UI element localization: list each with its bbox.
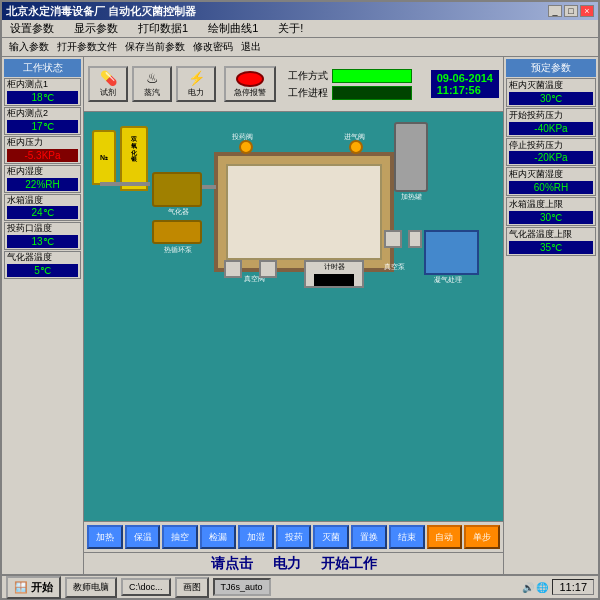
- param-label-2: 开始投药压力: [509, 110, 593, 121]
- param-value-6: 35℃: [509, 241, 593, 254]
- pipe-vaporizer-chamber: [202, 185, 216, 189]
- task-item-1[interactable]: 教师电脑: [65, 577, 117, 598]
- menu-about[interactable]: 关于!: [274, 19, 307, 38]
- btn-replace[interactable]: 置换: [351, 525, 387, 549]
- counter-label: 计时器: [324, 262, 345, 272]
- status-bar: 请点击 电力 开始工作: [84, 552, 503, 574]
- task-item-2[interactable]: C:\doc...: [121, 578, 171, 596]
- sterilization-chamber: [214, 152, 394, 272]
- status-header: 工作状态: [4, 59, 81, 77]
- param-sterilize-temp: 柜内灭菌温度 30℃: [506, 78, 596, 107]
- btn-heating[interactable]: 加热: [87, 525, 123, 549]
- sensor-vaporizer-temp: 气化器温度 5℃: [4, 251, 81, 279]
- param-value-4: 60%RH: [509, 181, 593, 194]
- steam-button[interactable]: ♨ 蒸汽: [132, 66, 172, 102]
- valve-2[interactable]: [349, 140, 363, 154]
- btn-leak-check[interactable]: 检漏: [200, 525, 236, 549]
- task-item-4[interactable]: TJ6s_auto: [213, 578, 271, 596]
- heating-tank: [394, 122, 428, 192]
- task-item-3[interactable]: 画图: [175, 577, 209, 598]
- close-button[interactable]: ×: [580, 5, 594, 17]
- power-label: 电力: [188, 87, 204, 98]
- tray-icons: 🔊 🌐: [522, 582, 549, 593]
- sensor-value-7: 5℃: [7, 264, 78, 277]
- start-text: 开始: [31, 581, 53, 593]
- menu-settings[interactable]: 设置参数: [6, 19, 58, 38]
- steam-label: 蒸汽: [144, 87, 160, 98]
- datetime-box: 09-06-2014 11:17:56: [431, 70, 499, 98]
- sensor-cabinet-pressure: 柜内压力 -5.3KPa: [4, 136, 81, 164]
- status-text-2: 电力: [273, 555, 301, 573]
- vacuum-pump-box[interactable]: [384, 230, 402, 248]
- sensor-label-5: 水箱温度: [7, 196, 78, 206]
- component-2[interactable]: [259, 260, 277, 278]
- water-tank: [424, 230, 479, 275]
- reagent-icon: 💊: [100, 70, 117, 86]
- work-mode-indicator: [332, 69, 412, 83]
- submenu-save[interactable]: 保存当前参数: [122, 39, 188, 55]
- param-label-6: 气化器温度上限: [509, 229, 593, 240]
- start-button[interactable]: 🪟 开始: [6, 576, 61, 599]
- heating-tank-label: 加热罐: [390, 192, 432, 202]
- btn-drug[interactable]: 投药: [276, 525, 312, 549]
- bottom-button-bar: 加热 保温 抽空 检漏 加湿 投药 灭菌 置换 结束 自动 单步: [84, 521, 503, 552]
- menu-display[interactable]: 显示参数: [70, 19, 122, 38]
- status-section: 工作方式 工作进程: [288, 69, 412, 100]
- title-bar-buttons: _ □ ×: [548, 5, 594, 17]
- sensor-label-6: 投药口温度: [7, 224, 78, 234]
- maximize-button[interactable]: □: [564, 5, 578, 17]
- task-label-4: TJ6s_auto: [221, 582, 263, 592]
- param-value-1: 30℃: [509, 92, 593, 105]
- menu-curve[interactable]: 绘制曲线1: [204, 19, 262, 38]
- power-button[interactable]: ⚡ 电力: [176, 66, 216, 102]
- sensor-tank-temp: 水箱温度 24℃: [4, 194, 81, 222]
- emergency-stop-button[interactable]: 急停报警: [224, 66, 276, 102]
- btn-humidify[interactable]: 加湿: [238, 525, 274, 549]
- btn-auto[interactable]: 自动: [427, 525, 463, 549]
- center-area: 💊 试剂 ♨ 蒸汽 ⚡ 电力 急停报警: [84, 57, 503, 574]
- sensor-label-4: 柜内湿度: [7, 167, 78, 177]
- pipe-top-h: [100, 182, 150, 186]
- submenu-input[interactable]: 输入参数: [6, 39, 52, 55]
- btn-sterilize[interactable]: 灭菌: [313, 525, 349, 549]
- condenser-label: 凝气处理: [434, 275, 462, 285]
- date-display: 09-06-2014: [437, 72, 493, 84]
- emergency-section: 急停报警: [224, 66, 276, 102]
- param-label-1: 柜内灭菌温度: [509, 80, 593, 91]
- sensor-label-1: 柜内测点1: [7, 80, 78, 90]
- process-area: N₂ 双氧化银 气化器 热循环泵: [84, 112, 503, 521]
- reagent-button[interactable]: 💊 试剂: [88, 66, 128, 102]
- task-label-2: C:\doc...: [129, 582, 163, 592]
- emergency-label: 急停报警: [234, 87, 266, 98]
- btn-end[interactable]: 结束: [389, 525, 425, 549]
- param-value-5: 30℃: [509, 211, 593, 224]
- vacuum-pump-label: 真空泵: [384, 262, 405, 272]
- system-tray: 🔊 🌐 11:17: [522, 579, 594, 595]
- left-panel: 工作状态 柜内测点1 18℃ 柜内测点2 17℃ 柜内压力 -5.3KPa 柜内…: [2, 57, 84, 574]
- reagent-label: 试剂: [100, 87, 116, 98]
- submenu-password[interactable]: 修改密码: [190, 39, 236, 55]
- submenu-open[interactable]: 打开参数文件: [54, 39, 120, 55]
- sensor-drug-temp: 投药口温度 13℃: [4, 222, 81, 250]
- work-progress-label: 工作进程: [288, 86, 328, 100]
- menu-print[interactable]: 打印数据1: [134, 19, 192, 38]
- top-bar: 💊 试剂 ♨ 蒸汽 ⚡ 电力 急停报警: [84, 57, 503, 112]
- main-content: 工作状态 柜内测点1 18℃ 柜内测点2 17℃ 柜内压力 -5.3KPa 柜内…: [2, 57, 598, 574]
- vaporizer: [152, 172, 202, 207]
- submenu-exit[interactable]: 退出: [238, 39, 264, 55]
- main-window: 北京永定消毒设备厂 自动化灭菌控制器 _ □ × 设置参数 显示参数 打印数据1…: [0, 0, 600, 600]
- work-mode-label: 工作方式: [288, 69, 328, 83]
- nitrogen-tank: N₂: [92, 130, 116, 185]
- status-text-3: 开始工作: [321, 555, 377, 573]
- minimize-button[interactable]: _: [548, 5, 562, 17]
- valve-1[interactable]: [239, 140, 253, 154]
- task-label-3: 画图: [183, 582, 201, 592]
- status-text-1: 请点击: [211, 555, 253, 573]
- btn-vacuum[interactable]: 抽空: [162, 525, 198, 549]
- component-1[interactable]: [224, 260, 242, 278]
- sensor-cabinet-humidity: 柜内湿度 22%RH: [4, 165, 81, 193]
- btn-insulation[interactable]: 保温: [125, 525, 161, 549]
- btn-step[interactable]: 单步: [464, 525, 500, 549]
- param-vaporizer-temp-max: 气化器温度上限 35℃: [506, 227, 596, 256]
- menu-bar: 设置参数 显示参数 打印数据1 绘制曲线1 关于!: [2, 20, 598, 38]
